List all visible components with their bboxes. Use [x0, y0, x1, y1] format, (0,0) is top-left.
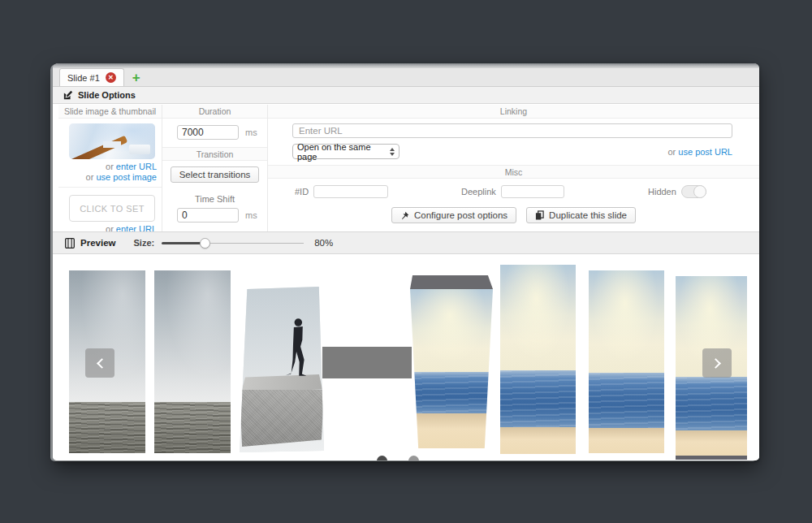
strip-sea	[676, 377, 747, 430]
or-text: or	[106, 162, 116, 171]
divider	[58, 187, 162, 188]
timing-column: Duration ms Transition Select transition…	[162, 105, 268, 231]
or-text: or	[86, 172, 97, 182]
slider-handle[interactable]	[200, 238, 210, 249]
id-input[interactable]	[313, 185, 388, 198]
select-arrows-icon	[390, 148, 395, 156]
preview-size-label: Size:	[133, 238, 154, 248]
pagination-dot[interactable]	[408, 456, 419, 460]
preview-strip-3	[240, 287, 324, 452]
preview-bar: Preview Size: 80%	[53, 231, 759, 254]
strip-ground	[154, 402, 231, 453]
preview-gray-bar	[322, 347, 412, 378]
preview-strip-4	[410, 289, 493, 448]
link-url-input[interactable]	[292, 123, 732, 138]
strip-sky	[69, 270, 145, 402]
edit-icon	[63, 90, 73, 100]
strip-sea	[589, 373, 664, 428]
select-transitions-button[interactable]: Select transitions	[171, 166, 260, 183]
slide-thumbnail[interactable]	[69, 123, 155, 159]
chevron-left-icon	[97, 358, 107, 369]
use-post-url-link[interactable]: use post URL	[678, 147, 732, 157]
slide-options-body: Slide image & thumbnail or enter URL or …	[53, 105, 759, 231]
time-shift-input[interactable]	[177, 208, 239, 223]
slide-tab-bar: Slide #1 ✕ +	[53, 68, 759, 87]
enter-url-link[interactable]: enter URL	[116, 162, 157, 171]
prev-slide-button[interactable]	[85, 348, 114, 378]
image-column-header: Slide image & thumbnail	[58, 105, 162, 119]
configure-post-options-button[interactable]: Configure post options	[391, 207, 516, 223]
strip-sand	[589, 428, 664, 454]
businessman-figure	[284, 317, 309, 379]
chevron-right-icon	[710, 358, 721, 369]
id-label: #ID	[295, 187, 309, 197]
preview-label: Preview	[80, 238, 115, 248]
configure-post-options-label: Configure post options	[414, 210, 508, 220]
preview-size-slider[interactable]	[162, 238, 304, 249]
next-slide-button[interactable]	[702, 348, 732, 378]
strip-ground	[69, 402, 145, 453]
time-shift-label: Time Shift	[162, 194, 267, 204]
post-url-links: or use post URL	[668, 147, 733, 157]
strip-sky	[154, 270, 231, 402]
use-post-image-link[interactable]: use post image	[96, 172, 157, 182]
duration-unit: ms	[245, 128, 257, 137]
duplicate-slide-button[interactable]: Duplicate this slide	[526, 207, 636, 223]
close-slide-icon[interactable]: ✕	[106, 72, 116, 83]
hidden-label: Hidden	[648, 187, 676, 197]
image-column: Slide image & thumbnail or enter URL or …	[58, 105, 162, 231]
strip-sky	[589, 270, 664, 373]
strip-sand	[500, 427, 576, 454]
misc-header: Misc	[268, 165, 759, 179]
deeplink-label: Deeplink	[461, 187, 496, 197]
preview-strip-4-top-face	[410, 275, 493, 289]
strip-sea	[500, 370, 576, 427]
slider-track-filled	[162, 242, 205, 244]
tab-label: Slide #1	[67, 73, 100, 83]
link-target-select[interactable]: Open on the same page	[292, 144, 400, 159]
link-target-value: Open on the same page	[297, 142, 390, 162]
thumbnail-click-to-set[interactable]: CLICK TO SET	[69, 195, 155, 222]
preview-strip-5	[500, 265, 576, 454]
slide-options-title: Slide Options	[78, 90, 136, 100]
strip-sky	[410, 289, 493, 372]
podium-front	[240, 390, 324, 447]
strip-sand	[410, 413, 493, 448]
duplicate-icon	[535, 210, 544, 220]
pagination-dot-active[interactable]	[377, 456, 387, 460]
slider-preview-canvas	[53, 254, 759, 460]
slide-editor-window: Slide #1 ✕ + Slide Options Slide image &…	[53, 63, 759, 460]
image-links: or enter URL or use post image	[58, 162, 162, 183]
linking-header: Linking	[268, 105, 759, 119]
duplicate-slide-label: Duplicate this slide	[549, 210, 627, 220]
transition-header: Transition	[162, 147, 267, 161]
linking-misc-column: Linking Open on the same page or use pos…	[268, 105, 759, 231]
deeplink-input[interactable]	[501, 185, 564, 198]
preview-size-value: 80%	[314, 238, 333, 248]
film-icon	[65, 238, 75, 249]
or-text: or	[668, 147, 679, 157]
duration-header: Duration	[162, 105, 267, 119]
misc-fields-row: #ID Deeplink Hidden	[268, 185, 759, 200]
slider-track-empty	[205, 243, 304, 244]
strip-sky	[500, 265, 576, 370]
preview-strip-6	[589, 270, 664, 453]
strip-sand	[676, 430, 747, 456]
duration-input[interactable]	[177, 125, 239, 140]
tab-slide-1[interactable]: Slide #1 ✕	[59, 68, 124, 86]
toggle-knob	[693, 185, 706, 198]
strip-sea	[410, 372, 493, 413]
pushpin-icon	[400, 211, 409, 220]
add-slide-icon[interactable]: +	[132, 71, 140, 84]
hidden-toggle[interactable]	[681, 185, 706, 198]
preview-strip-2	[154, 270, 231, 453]
podium-top	[241, 374, 322, 392]
slide-options-header: Slide Options	[53, 87, 759, 104]
time-shift-unit: ms	[245, 210, 257, 220]
